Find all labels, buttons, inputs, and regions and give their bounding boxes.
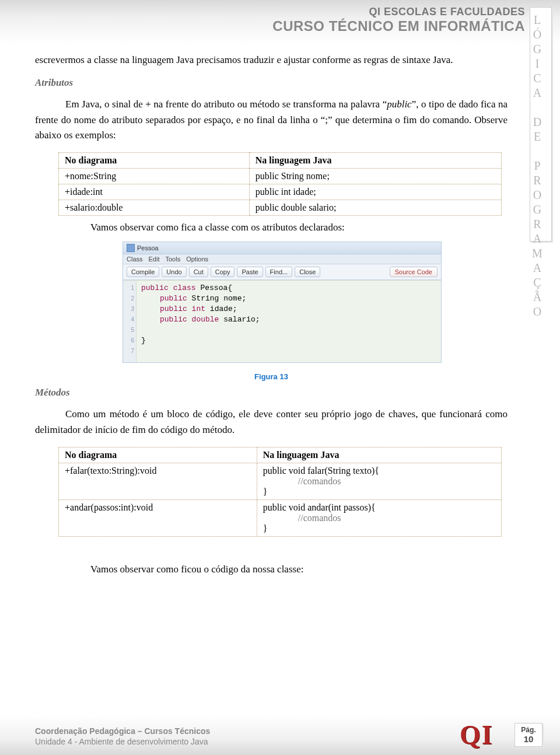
th-java: Na linguagem Java — [249, 153, 501, 169]
find-button[interactable]: Find... — [265, 267, 293, 277]
field-nome: String nome; — [187, 294, 246, 303]
table-row: +idade:int public int idade; — [59, 184, 502, 200]
editor-code-area: 1 2 3 4 5 6 7 public class Pessoa{ publi… — [123, 280, 441, 362]
kw-public: public — [160, 315, 187, 324]
logo-q: Q — [460, 723, 481, 747]
close-button[interactable]: Close — [295, 267, 320, 277]
header-line2: CURSO TÉCNICO EM INFORMÁTICA — [272, 18, 525, 34]
undo-button[interactable]: Undo — [162, 267, 186, 277]
atributos-para-pre: Em Java, o sinal de + na frente do atrib… — [65, 99, 387, 110]
page-number: 10 — [515, 734, 542, 744]
code-line: public void falar(String texto){ — [263, 466, 379, 476]
line-number: 3 — [125, 304, 134, 314]
table-row: +salario:double public double salario; — [59, 200, 502, 216]
section-heading-metodos: Métodos — [35, 387, 508, 399]
kw-class: class — [173, 284, 196, 292]
code-line: } — [263, 523, 268, 533]
figure-caption: Figura 13 — [35, 372, 508, 381]
line-number: 2 — [125, 293, 134, 304]
footer-line1: Coordenação Pedagógica – Cursos Técnicos — [35, 726, 210, 736]
menu-tools[interactable]: Tools — [165, 256, 180, 263]
page-header: QI ESCOLAS E FACULDADES CURSO TÉCNICO EM… — [272, 6, 525, 34]
editor-window: Pessoa Class Edit Tools Options Compile … — [123, 242, 442, 363]
kw-int: int — [187, 305, 205, 313]
line-number: 7 — [125, 346, 134, 356]
th-diagram: No diagrama — [59, 448, 257, 463]
cell-java: public int idade; — [249, 184, 501, 200]
kw-public: public — [160, 294, 187, 303]
code-line: } — [263, 487, 268, 497]
page-footer: Coordenação Pedagógica – Cursos Técnicos… — [35, 718, 542, 747]
close-brace: } — [141, 336, 146, 345]
cell-diagram: +andar(passos:int):void — [59, 500, 257, 537]
cell-diagram: +nome:String — [59, 169, 250, 184]
cell-java: public double salario; — [249, 200, 501, 216]
table-row: +falar(texto:String):void public void fa… — [59, 463, 502, 500]
page-label: Pág. — [515, 726, 542, 734]
menu-edit[interactable]: Edit — [149, 256, 160, 263]
footer-line2: Unidade 4 - Ambiente de desenvolvimento … — [35, 736, 210, 747]
kw-public: public — [141, 284, 169, 292]
table-row: +andar(passos:int):void public void anda… — [59, 500, 502, 537]
logo-i: I — [482, 723, 492, 747]
cell-java: public void falar(String texto){ //coman… — [257, 463, 501, 500]
paste-button[interactable]: Paste — [237, 267, 262, 277]
observe-methods: Vamos observar como ficou o código da no… — [90, 564, 508, 575]
compile-button[interactable]: Compile — [127, 267, 159, 277]
code-comment: //comandos — [298, 513, 341, 523]
attributes-table: No diagrama Na linguagem Java +nome:Stri… — [58, 152, 502, 216]
editor-gutter: 1 2 3 4 5 6 7 — [123, 281, 136, 362]
editor-code[interactable]: public class Pessoa{ public String nome;… — [136, 281, 441, 362]
page-number-box: Pág. 10 — [514, 723, 542, 747]
th-java: Na linguagem Java — [257, 448, 501, 463]
cell-diagram: +idade:int — [59, 184, 250, 200]
editor-app-icon — [127, 244, 135, 252]
sidebar-box: LÓGICA DE PROGRAMAÇÃO — [530, 7, 552, 242]
header-line1: QI ESCOLAS E FACULDADES — [272, 6, 525, 18]
qi-logo: QI — [460, 718, 506, 747]
field-idade: idade; — [205, 305, 237, 313]
table-row: +nome:String public String nome; — [59, 169, 502, 184]
footer-text: Coordenação Pedagógica – Cursos Técnicos… — [35, 726, 210, 747]
cell-diagram: +salario:double — [59, 200, 250, 216]
editor-menubar: Class Edit Tools Options — [123, 254, 441, 264]
table-header-row: No diagrama Na linguagem Java — [59, 153, 502, 169]
atributos-paragraph: Em Java, o sinal de + na frente do atrib… — [35, 97, 508, 143]
editor-titlebar: Pessoa — [123, 242, 441, 254]
th-diagram: No diagrama — [59, 153, 250, 169]
editor-title: Pessoa — [137, 244, 159, 251]
metodos-paragraph: Como um método é um bloco de código, ele… — [35, 407, 508, 438]
menu-options[interactable]: Options — [186, 256, 208, 263]
line-number: 6 — [125, 335, 134, 346]
section-heading-atributos: Atributos — [35, 77, 508, 89]
kw-public: public — [160, 305, 187, 313]
line-number: 1 — [125, 283, 134, 293]
code-comment: //comandos — [298, 476, 341, 486]
menu-class[interactable]: Class — [127, 256, 143, 263]
cell-java: public String nome; — [249, 169, 501, 184]
code-line: public void andar(int passos){ — [263, 502, 376, 512]
copy-button[interactable]: Copy — [211, 267, 235, 277]
editor-toolbar: Compile Undo Cut Copy Paste Find... Clos… — [123, 264, 441, 280]
kw-double: double — [187, 315, 219, 324]
table-header-row: No diagrama Na linguagem Java — [59, 448, 502, 463]
methods-table: No diagrama Na linguagem Java +falar(tex… — [58, 447, 502, 537]
cell-java: public void andar(int passos){ //comando… — [257, 500, 501, 537]
line-number: 4 — [125, 314, 134, 325]
cell-diagram: +falar(texto:String):void — [59, 463, 257, 500]
observe-attributes: Vamos observar como fica a classe com os… — [90, 222, 508, 233]
atributos-italic: public — [387, 99, 412, 110]
source-code-dropdown[interactable]: Source Code — [390, 267, 438, 277]
class-name: Pessoa{ — [196, 284, 232, 292]
sidebar-label: LÓGICA DE PROGRAMAÇÃO — [530, 8, 544, 320]
intro-paragraph: escrevermos a classe na linguagem Java p… — [35, 53, 508, 68]
field-salario: salario; — [219, 315, 260, 324]
page-content: escrevermos a classe na linguagem Java p… — [35, 53, 508, 583]
line-number: 5 — [125, 325, 134, 335]
cut-button[interactable]: Cut — [189, 267, 208, 277]
